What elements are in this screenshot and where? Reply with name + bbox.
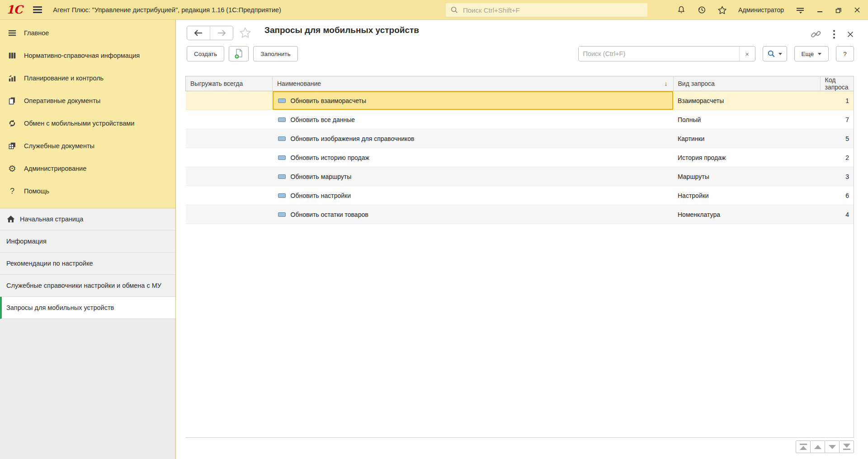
global-search[interactable]	[446, 3, 647, 17]
docs-grid-icon	[6, 141, 18, 150]
list-search-input[interactable]	[579, 47, 739, 61]
sidebar-section-label: Планирование и контроль	[24, 74, 104, 83]
cell-always-upload[interactable]	[186, 186, 273, 205]
cell-request-type[interactable]: История продаж	[673, 148, 820, 167]
cell-request-type[interactable]: Полный	[673, 110, 820, 129]
item-name-label: Обновить все данные	[291, 116, 355, 123]
cell-name[interactable]: Обновить маршруты	[273, 167, 674, 186]
sidebar-item[interactable]: Рекомендации по настройке	[0, 253, 175, 275]
create-button[interactable]: Создать	[187, 46, 224, 61]
cell-request-code[interactable]: 6	[820, 186, 854, 205]
cell-always-upload[interactable]	[186, 91, 273, 110]
sidebar-item[interactable]: Информация	[0, 230, 175, 253]
sidebar-item-label: Начальная страница	[20, 215, 83, 224]
column-header[interactable]: Наименование↓	[273, 76, 674, 91]
sidebar-item[interactable]: Служебные справочники настройки и обмена…	[0, 275, 175, 297]
sidebar-item-label: Информация	[6, 237, 47, 246]
search-button[interactable]	[763, 46, 787, 61]
sidebar-item[interactable]: Начальная страница	[0, 208, 175, 230]
column-header[interactable]: Выгружать всегда	[186, 76, 273, 91]
cell-request-type[interactable]: Номенклатура	[673, 205, 820, 224]
clear-search-icon[interactable]: ×	[739, 47, 755, 61]
sidebar-section[interactable]: ⚙Администрирование	[0, 157, 175, 180]
gear-icon: ⚙	[6, 164, 18, 173]
item-name-label: Обновить взаиморасчеты	[291, 97, 367, 104]
table-row[interactable]: Обновить взаиморасчетыВзаиморасчеты1	[186, 91, 854, 110]
favorite-star-icon[interactable]	[239, 27, 251, 40]
cell-always-upload[interactable]	[186, 129, 273, 148]
catalog-item-icon	[278, 155, 286, 160]
table-row[interactable]: Обновить маршрутыМаршруты3	[186, 167, 854, 186]
cell-request-type[interactable]: Маршруты	[673, 167, 820, 186]
sections-panel: ГлавноеНормативно-справочная информацияП…	[0, 20, 175, 208]
column-header[interactable]: Вид запроса	[673, 76, 820, 91]
sidebar-section[interactable]: Служебные документы	[0, 135, 175, 157]
more-kebab-icon[interactable]	[833, 29, 835, 39]
favorites-star-icon[interactable]	[717, 5, 727, 15]
sidebar-section[interactable]: Главное	[0, 22, 175, 44]
fill-button[interactable]: Заполнить	[253, 46, 297, 61]
table-row[interactable]: Обновить историю продажИстория продаж2	[186, 148, 854, 167]
sidebar-section-label: Нормативно-справочная информация	[24, 51, 140, 60]
cell-always-upload[interactable]	[186, 110, 273, 129]
sidebar-section[interactable]: Нормативно-справочная информация	[0, 44, 175, 67]
sidebar-section[interactable]: Планирование и контроль	[0, 67, 175, 89]
sidebar-item-label: Рекомендации по настройке	[6, 259, 93, 268]
scroll-to-bottom-button[interactable]	[839, 440, 854, 453]
cell-name[interactable]: Обновить все данные	[273, 110, 674, 129]
create-group-button[interactable]	[229, 46, 249, 61]
table-row[interactable]: Обновить изображения для справочниковКар…	[186, 129, 854, 148]
cell-request-type[interactable]: Взаиморасчеты	[673, 91, 820, 110]
column-header[interactable]: Код запроса	[820, 76, 854, 91]
scroll-down-button[interactable]	[825, 440, 840, 453]
table-row[interactable]: Обновить остатки товаровНоменклатура4	[186, 205, 854, 224]
more-button[interactable]: Еще	[794, 46, 829, 61]
main-menu-icon[interactable]	[33, 5, 42, 14]
sidebar-section[interactable]: ?Помощь	[0, 180, 175, 202]
sidebar-section-label: Оперативные документы	[24, 96, 100, 105]
back-button[interactable]	[187, 26, 210, 40]
forward-button[interactable]	[210, 26, 233, 40]
cell-name[interactable]: Обновить изображения для справочников	[273, 129, 674, 148]
cell-request-code[interactable]: 4	[820, 205, 854, 224]
sidebar-item-label: Запросы для мобильных устройств	[6, 303, 114, 312]
scroll-to-top-button[interactable]	[796, 440, 811, 453]
cell-request-code[interactable]: 5	[820, 129, 854, 148]
history-icon[interactable]	[697, 5, 706, 14]
sidebar-item[interactable]: Запросы для мобильных устройств	[0, 297, 175, 319]
cell-request-code[interactable]: 7	[820, 110, 854, 129]
functions-panel: Начальная страницаИнформацияРекомендации…	[0, 208, 175, 319]
list-toolbar: Создать Заполнить ×	[187, 46, 854, 61]
current-user[interactable]: Администратор	[738, 6, 784, 14]
cell-request-type[interactable]: Настройки	[673, 186, 820, 205]
sidebar-section[interactable]: Обмен с мобильными устройствами	[0, 112, 175, 135]
get-link-icon[interactable]	[811, 29, 821, 40]
help-button[interactable]: ?	[836, 46, 854, 61]
topbar: 1С Агент Плюс: "Управление дистрибуцией"…	[0, 0, 868, 20]
table-row[interactable]: Обновить настройкиНастройки6	[186, 186, 854, 205]
close-window-icon[interactable]	[854, 6, 861, 14]
cell-always-upload[interactable]	[186, 205, 273, 224]
main-content: Запросы для мобильных устройств	[176, 20, 868, 459]
notifications-bell-icon[interactable]	[677, 5, 686, 14]
minimize-window-icon[interactable]	[816, 6, 824, 14]
service-menu-icon[interactable]	[795, 5, 805, 15]
cell-name[interactable]: Обновить настройки	[273, 186, 674, 205]
cell-name[interactable]: Обновить остатки товаров	[273, 205, 674, 224]
sidebar-section[interactable]: Оперативные документы	[0, 89, 175, 112]
cell-always-upload[interactable]	[186, 148, 273, 167]
item-name-label: Обновить маршруты	[291, 173, 352, 180]
global-search-input[interactable]	[462, 6, 643, 14]
cell-name[interactable]: Обновить историю продаж	[273, 148, 674, 167]
list-search[interactable]: ×	[578, 46, 755, 61]
cell-request-code[interactable]: 3	[820, 167, 854, 186]
close-form-icon[interactable]	[847, 31, 854, 38]
cell-request-code[interactable]: 2	[820, 148, 854, 167]
cell-name[interactable]: Обновить взаиморасчеты	[273, 91, 674, 110]
table-row[interactable]: Обновить все данныеПолный7	[186, 110, 854, 129]
scroll-up-button[interactable]	[810, 440, 825, 453]
cell-always-upload[interactable]	[186, 167, 273, 186]
cell-request-type[interactable]: Картинки	[673, 129, 820, 148]
cell-request-code[interactable]: 1	[820, 91, 854, 110]
restore-window-icon[interactable]	[835, 6, 842, 14]
